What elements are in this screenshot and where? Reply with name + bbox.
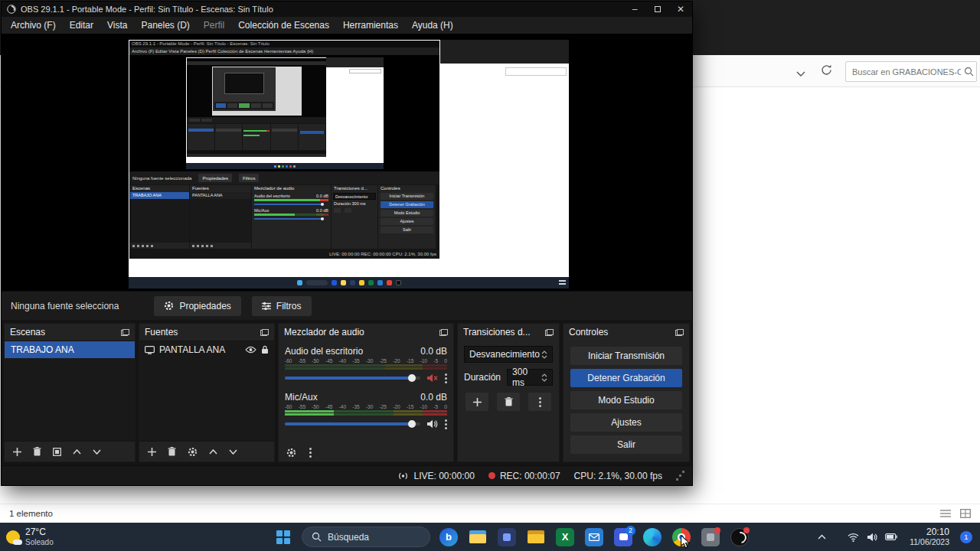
- menu-item-coleccion-escenas[interactable]: Colección de Escenas: [231, 17, 336, 34]
- thumbnail-view-icon[interactable]: [960, 509, 971, 518]
- volume-meter: [285, 410, 447, 416]
- mini-nested-screen: [186, 57, 384, 169]
- resize-grip[interactable]: [676, 471, 684, 481]
- properties-button[interactable]: Propiedades: [154, 296, 240, 316]
- clock-date: 11/06/2023: [910, 537, 949, 546]
- filters-button[interactable]: Filtros: [252, 296, 312, 316]
- popout-dock-icon[interactable]: [675, 329, 684, 336]
- advanced-audio-gear-icon[interactable]: [286, 448, 296, 458]
- explorer-search-input[interactable]: [846, 67, 964, 77]
- obs-title-bar[interactable]: OBS 29.1.1 - Portable Mode - Perfil: Sin…: [2, 2, 692, 17]
- remove-source-icon[interactable]: [168, 447, 176, 456]
- file-explorer-app-button[interactable]: [464, 524, 492, 550]
- obs-app-button[interactable]: [726, 524, 753, 550]
- notification-count-badge[interactable]: 1: [960, 531, 972, 543]
- channel-db-value: 0.0 dB: [420, 392, 447, 403]
- spin-arrows-icon[interactable]: [541, 373, 547, 382]
- start-button[interactable]: [270, 524, 297, 550]
- cpu-fps-stats: CPU: 2.1%, 30.00 fps: [574, 471, 662, 481]
- transition-menu-dots-button[interactable]: [528, 393, 551, 411]
- menu-item-perfil[interactable]: Perfil: [197, 17, 231, 34]
- sources-dock: Fuentes PANTALLA ANA: [139, 323, 275, 462]
- menu-item-archivo[interactable]: Archivo (F): [4, 17, 63, 34]
- volume-icon[interactable]: [867, 533, 877, 542]
- file-explorer-icon: [469, 530, 486, 543]
- remove-transition-button[interactable]: [497, 393, 520, 411]
- ajustes-button[interactable]: Ajustes: [570, 413, 682, 432]
- move-source-down-icon[interactable]: [229, 449, 237, 455]
- desktop: 1 elemento OBS 29.1.1 - Portable Mode - …: [0, 0, 980, 551]
- source-properties-gear-icon[interactable]: [188, 447, 198, 457]
- close-button[interactable]: ✕: [669, 2, 692, 17]
- taskbar-clock[interactable]: 20:10 11/06/2023: [910, 527, 949, 547]
- menu-item-editar[interactable]: Editar: [63, 17, 100, 34]
- menu-item-ayuda[interactable]: Ayuda (H): [405, 17, 460, 34]
- chat-app-button[interactable]: 2: [609, 524, 637, 550]
- volume-slider[interactable]: [285, 422, 420, 425]
- salir-button[interactable]: Salir: [570, 435, 682, 454]
- channel-menu-dots-icon[interactable]: [444, 419, 447, 429]
- details-view-icon[interactable]: [940, 509, 951, 518]
- mail-app-button[interactable]: [580, 524, 608, 550]
- menu-item-vista[interactable]: Vista: [100, 17, 134, 34]
- battery-icon[interactable]: [885, 533, 897, 540]
- modo-estudio-button[interactable]: Modo Estudio: [570, 391, 682, 409]
- hidden-icons-chevron[interactable]: [818, 534, 826, 540]
- mini-nested-obs: [187, 58, 326, 157]
- chevron-down-icon[interactable]: [796, 66, 805, 80]
- detener-grabacion-button[interactable]: Detener Grabación: [570, 369, 682, 387]
- bing-app-button[interactable]: b: [435, 524, 462, 550]
- transition-select[interactable]: Desvanecimiento: [464, 346, 553, 363]
- app-gray-button[interactable]: [697, 524, 724, 550]
- remove-scene-icon[interactable]: [33, 447, 41, 456]
- source-item[interactable]: PANTALLA ANA: [139, 341, 274, 358]
- visibility-eye-icon[interactable]: [245, 346, 256, 354]
- combo-arrows-icon[interactable]: [541, 350, 547, 359]
- speaker-icon[interactable]: [426, 419, 438, 429]
- duration-label: Duración: [464, 372, 501, 383]
- add-transition-button[interactable]: [466, 393, 488, 411]
- add-scene-icon[interactable]: [13, 448, 21, 456]
- wifi-icon[interactable]: [848, 533, 859, 542]
- scale-tick: -50: [312, 404, 318, 409]
- lock-icon[interactable]: [261, 345, 269, 354]
- maximize-button[interactable]: [646, 2, 669, 17]
- move-scene-down-icon[interactable]: [93, 449, 101, 455]
- source-toolbar: Ninguna fuente selecciona Propiedades Fi…: [2, 291, 692, 320]
- move-source-up-icon[interactable]: [209, 449, 217, 455]
- mixer-menu-dots-icon[interactable]: [309, 448, 312, 458]
- explorer-search-box[interactable]: [845, 61, 977, 82]
- explorer-item-count: 1 elemento: [9, 509, 53, 518]
- popout-dock-icon[interactable]: [260, 329, 269, 336]
- scale-tick: -10: [420, 404, 427, 409]
- edge-app-button[interactable]: [639, 524, 666, 550]
- scene-item[interactable]: TRABAJO ANA: [5, 341, 135, 358]
- popout-dock-icon[interactable]: [121, 329, 129, 336]
- channel-menu-dots-icon[interactable]: [444, 373, 447, 383]
- move-scene-up-icon[interactable]: [73, 449, 81, 455]
- duration-spinbox[interactable]: 300 ms: [507, 369, 553, 386]
- scale-tick: -45: [325, 358, 332, 364]
- teams-app-button[interactable]: [493, 524, 521, 550]
- refresh-icon[interactable]: [821, 64, 832, 79]
- scale-tick: -60: [285, 404, 292, 409]
- popout-dock-icon[interactable]: [545, 329, 554, 336]
- weather-widget[interactable]: 27°C Soleado: [6, 523, 54, 551]
- controls-dock-title: Controles: [569, 327, 608, 337]
- menu-item-paneles[interactable]: Paneles (D): [135, 17, 197, 34]
- folder-app-button[interactable]: [522, 524, 550, 550]
- scene-filters-icon[interactable]: [53, 448, 61, 456]
- taskbar-search[interactable]: Búsqueda: [302, 527, 430, 547]
- iniciar-transmision-button[interactable]: Iniciar Transmisión: [570, 347, 682, 365]
- mute-speaker-icon[interactable]: [426, 373, 438, 383]
- mini-menu-bar: Archivo (F) Editar Vista Paneles (D) Per…: [129, 47, 439, 55]
- minimize-button[interactable]: –: [623, 2, 646, 17]
- volume-slider[interactable]: [285, 377, 420, 380]
- volume-slider-knob[interactable]: [408, 420, 416, 428]
- add-source-icon[interactable]: [148, 448, 156, 456]
- menu-item-herramientas[interactable]: Herramientas: [336, 17, 405, 34]
- excel-app-button[interactable]: X: [551, 524, 579, 550]
- popout-dock-icon[interactable]: [439, 329, 448, 336]
- preview-canvas[interactable]: OBS 29.1.1 - Portable Mode - Perfil: Sin…: [2, 34, 692, 291]
- volume-slider-knob[interactable]: [408, 374, 416, 382]
